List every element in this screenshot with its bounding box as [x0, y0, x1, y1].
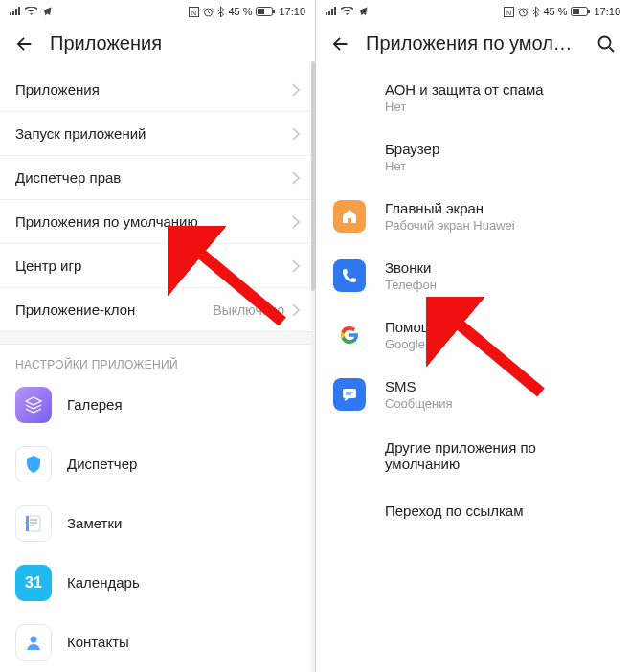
- signal-icon: [10, 7, 21, 16]
- contacts-icon: [15, 624, 52, 661]
- shield-icon: [15, 446, 52, 482]
- google-icon: [333, 319, 366, 351]
- svg-rect-15: [573, 9, 579, 14]
- row-app-clone[interactable]: Приложение-клон Выключено: [0, 288, 315, 331]
- svg-point-8: [31, 637, 37, 643]
- row-title: SMS: [385, 378, 453, 394]
- search-icon: [596, 34, 616, 54]
- nfc-icon: N: [504, 7, 514, 17]
- clock-text: 17:10: [594, 6, 620, 17]
- status-bar: N 45 % 17:10: [316, 0, 630, 23]
- chevron-right-icon: [292, 171, 300, 185]
- arrow-left-icon: [13, 34, 34, 55]
- svg-rect-7: [26, 516, 29, 531]
- home-icon: [333, 200, 366, 233]
- svg-rect-18: [343, 389, 356, 398]
- section-divider: [0, 331, 315, 345]
- row-label: Центр игр: [15, 258, 81, 274]
- row-apps[interactable]: Приложения: [0, 68, 315, 112]
- row-title: Главный экран: [385, 200, 515, 216]
- default-home[interactable]: Главный экран Рабочий экран Huawei: [316, 187, 630, 246]
- row-sub: Сообщения: [385, 396, 453, 411]
- wifi-icon: [341, 7, 353, 16]
- row-sub: Рабочий экран Huawei: [385, 218, 515, 233]
- app-row-manager[interactable]: Диспетчер: [0, 435, 315, 494]
- app-header: Приложения по умолча...: [316, 23, 630, 68]
- page-title: Приложения по умолча...: [366, 33, 580, 55]
- chevron-right-icon: [292, 127, 300, 141]
- default-assistant[interactable]: Помощник Google: [316, 305, 630, 365]
- row-label: Другие приложения по умолчанию: [385, 439, 536, 472]
- row-title: Браузер: [385, 141, 439, 157]
- default-caller-id[interactable]: АОН и защита от спама Нет: [316, 68, 630, 127]
- row-sub: Google: [385, 337, 455, 351]
- default-browser[interactable]: Браузер Нет: [316, 127, 630, 187]
- page-title: Приложения: [50, 33, 302, 55]
- svg-rect-5: [258, 9, 264, 14]
- app-row-calendar[interactable]: 31 Календарь: [0, 553, 315, 613]
- signal-icon: [326, 7, 337, 16]
- svg-text:N: N: [191, 9, 196, 15]
- calendar-day: 31: [25, 574, 42, 592]
- back-button[interactable]: [329, 34, 350, 55]
- phone-right: N 45 % 17:10 Приложения по умолча... АОН…: [315, 0, 630, 672]
- battery-icon: [571, 7, 590, 16]
- wifi-icon: [25, 7, 37, 16]
- svg-rect-14: [588, 10, 590, 13]
- chevron-right-icon: [292, 303, 300, 317]
- app-row-gallery[interactable]: Галерея: [0, 375, 315, 435]
- row-label: Приложения по умолчанию: [15, 213, 198, 230]
- row-label: Запуск приложений: [15, 125, 146, 142]
- row-label: Переход по ссылкам: [385, 503, 523, 519]
- battery-percent: 45 %: [228, 6, 252, 17]
- telegram-icon: [41, 7, 52, 17]
- alarm-icon: [518, 7, 529, 17]
- nfc-icon: N: [189, 7, 199, 17]
- phone-left: N 45 % 17:10 Приложения Приложения Запус…: [0, 0, 315, 672]
- battery-percent: 45 %: [543, 6, 567, 17]
- row-value: Выключено: [213, 302, 284, 318]
- default-sms[interactable]: SMS Сообщения: [316, 365, 630, 424]
- back-button[interactable]: [13, 34, 34, 55]
- svg-line-17: [610, 47, 615, 52]
- svg-rect-6: [27, 516, 40, 531]
- search-button[interactable]: [596, 34, 617, 55]
- arrow-left-icon: [329, 34, 350, 55]
- alarm-icon: [203, 7, 214, 17]
- svg-text:N: N: [506, 9, 511, 15]
- bluetooth-icon: [532, 7, 539, 17]
- row-label: Диспетчер прав: [15, 169, 121, 186]
- row-other-defaults[interactable]: Другие приложения по умолчанию: [316, 424, 630, 487]
- chevron-right-icon: [292, 259, 300, 273]
- row-title: АОН и защита от спама: [385, 81, 544, 98]
- row-title: Помощник: [385, 319, 455, 335]
- row-title: Звонки: [385, 259, 437, 276]
- row-permissions[interactable]: Диспетчер прав: [0, 156, 315, 200]
- row-label: Приложения: [15, 81, 100, 98]
- row-open-links[interactable]: Переход по ссылкам: [316, 487, 630, 534]
- chevron-right-icon: [292, 215, 300, 229]
- app-label: Диспетчер: [67, 456, 137, 472]
- row-sub: Нет: [385, 100, 544, 114]
- telegram-icon: [357, 7, 368, 17]
- app-label: Заметки: [67, 515, 122, 531]
- phone-icon: [333, 259, 366, 292]
- app-row-notes[interactable]: Заметки: [0, 494, 315, 553]
- chevron-right-icon: [292, 83, 300, 97]
- row-default-apps[interactable]: Приложения по умолчанию: [0, 200, 315, 244]
- notes-icon: [15, 505, 52, 542]
- app-label: Галерея: [67, 396, 123, 413]
- row-game-center[interactable]: Центр игр: [0, 244, 315, 288]
- row-app-launch[interactable]: Запуск приложений: [0, 112, 315, 156]
- battery-icon: [256, 7, 275, 16]
- app-header: Приложения: [0, 23, 315, 68]
- status-bar: N 45 % 17:10: [0, 0, 315, 23]
- app-label: Календарь: [67, 574, 140, 591]
- app-row-contacts[interactable]: Контакты: [0, 613, 315, 672]
- row-label: Приложение-клон: [15, 302, 135, 318]
- app-label: Контакты: [67, 634, 129, 650]
- default-calls[interactable]: Звонки Телефон: [316, 246, 630, 305]
- calendar-icon: 31: [15, 565, 52, 601]
- section-title: НАСТРОЙКИ ПРИЛОЖЕНИЙ: [0, 345, 315, 375]
- svg-point-16: [599, 36, 611, 48]
